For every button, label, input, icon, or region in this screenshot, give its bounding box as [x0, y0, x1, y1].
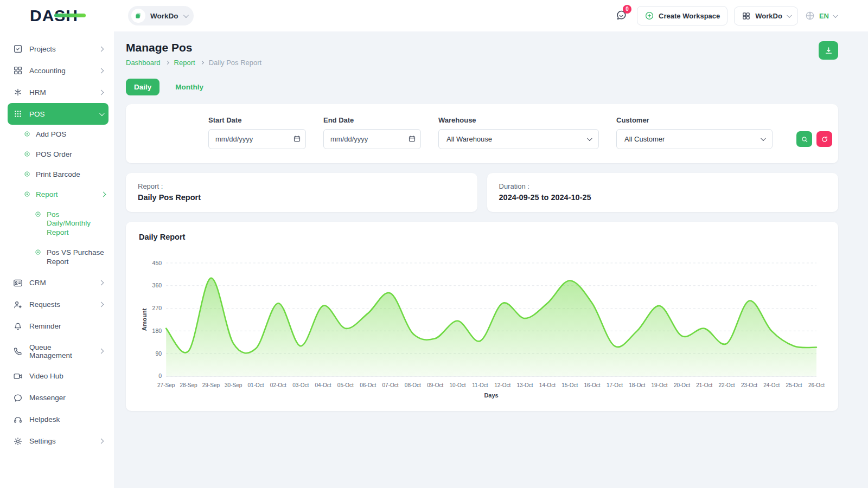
- breadcrumb-current: Daily Pos Report: [209, 59, 262, 67]
- svg-text:11-Oct: 11-Oct: [472, 382, 488, 388]
- chevron-down-icon: [787, 12, 792, 18]
- sidebar-item-requests[interactable]: Requests: [8, 294, 108, 316]
- report-label: Report :: [138, 182, 465, 190]
- end-date-label: End Date: [323, 116, 421, 124]
- svg-text:10-Oct: 10-Oct: [450, 382, 466, 388]
- target-icon: [35, 211, 41, 217]
- svg-text:360: 360: [152, 282, 162, 288]
- filter-card: Start Date End Date Warehouse: [126, 104, 838, 163]
- chevron-right-icon: [99, 349, 104, 354]
- start-date-input[interactable]: [208, 129, 306, 149]
- chevron-right-icon: [99, 302, 104, 307]
- svg-text:14-Oct: 14-Oct: [539, 382, 556, 388]
- chevron-down-icon: [761, 136, 766, 141]
- svg-text:270: 270: [152, 305, 162, 311]
- sidebar-item-projects[interactable]: Projects: [8, 38, 108, 60]
- breadcrumb-separator-icon: [165, 61, 169, 65]
- workspace-menu-label: WorkDo: [755, 12, 782, 20]
- customer-select[interactable]: All Customer: [616, 129, 773, 149]
- svg-text:Days: Days: [484, 392, 498, 399]
- reset-filter-button[interactable]: [816, 131, 832, 147]
- daily-report-chart: 09018027036045027-Sep28-Sep29-Sep30-Sep0…: [139, 255, 825, 401]
- breadcrumb: Dashboard Report Daily Pos Report: [126, 59, 261, 67]
- sidebar-item-pos-order[interactable]: POS Order: [8, 145, 108, 165]
- svg-text:Amount: Amount: [141, 308, 148, 331]
- top-header: DASH WorkDo 0 Create Workspace WorkDo: [0, 0, 868, 31]
- logo-dash-accent: [54, 14, 86, 17]
- sidebar-item-pos-daily-monthly-report[interactable]: Pos Daily/Monthly Report: [8, 205, 108, 243]
- app-logo[interactable]: DASH: [30, 7, 78, 25]
- chevron-right-icon: [99, 280, 104, 286]
- download-icon: [824, 46, 833, 55]
- grid-icon: [742, 11, 751, 21]
- messages-button[interactable]: 0: [612, 6, 630, 26]
- chevron-right-icon: [99, 46, 104, 52]
- chevron-down-icon: [587, 136, 592, 141]
- sidebar-item-reminder[interactable]: Reminder: [8, 316, 108, 337]
- sidebar-item-queue-management[interactable]: Queue Management: [8, 337, 108, 365]
- sidebar-item-label: Add POS: [36, 130, 66, 139]
- download-button[interactable]: [819, 41, 838, 60]
- sidebar-item-pos[interactable]: POS: [8, 103, 108, 125]
- accounting-icon: [13, 66, 23, 75]
- sidebar-item-label: Reminder: [29, 322, 61, 330]
- warehouse-select[interactable]: All Warehouse: [438, 129, 599, 149]
- sidebar-item-pos-vs-purchase-report[interactable]: Pos VS Purchase Report: [8, 243, 108, 272]
- create-workspace-button[interactable]: Create Workspace: [637, 6, 727, 25]
- sidebar-item-helpdesk[interactable]: Helpdesk: [8, 409, 108, 431]
- language-label: EN: [819, 12, 829, 20]
- chevron-right-icon: [99, 89, 104, 95]
- user-plus-icon: [13, 300, 23, 310]
- sidebar-item-settings[interactable]: Settings: [8, 431, 108, 452]
- projects-icon: [13, 44, 23, 54]
- svg-text:30-Sep: 30-Sep: [225, 382, 242, 388]
- chart-title: Daily Report: [139, 233, 825, 241]
- sidebar-item-hrm[interactable]: HRM: [8, 81, 108, 103]
- workspace-switcher[interactable]: WorkDo: [128, 6, 194, 25]
- sidebar-item-messenger[interactable]: Messenger: [8, 387, 108, 409]
- svg-text:29-Sep: 29-Sep: [202, 382, 220, 388]
- svg-text:18-Oct: 18-Oct: [629, 382, 645, 388]
- chevron-right-icon: [99, 439, 104, 444]
- sidebar-item-video-hub[interactable]: Video Hub: [8, 365, 108, 387]
- sidebar-item-label: Print Barcode: [36, 170, 80, 179]
- svg-text:08-Oct: 08-Oct: [405, 382, 421, 388]
- language-selector[interactable]: EN: [805, 10, 837, 21]
- sidebar-item-accounting[interactable]: Accounting: [8, 60, 108, 81]
- svg-text:24-Oct: 24-Oct: [763, 382, 780, 388]
- end-date-input[interactable]: [323, 129, 421, 149]
- svg-text:03-Oct: 03-Oct: [292, 382, 309, 388]
- tab-monthly[interactable]: Monthly: [167, 79, 212, 95]
- sidebar-item-label: Queue Management: [29, 343, 93, 359]
- sidebar-item-report[interactable]: Report: [8, 185, 108, 205]
- sidebar-item-add-pos[interactable]: Add POS: [8, 125, 108, 145]
- target-icon: [35, 249, 41, 255]
- sidebar-item-crm[interactable]: CRM: [8, 272, 108, 294]
- svg-text:13-Oct: 13-Oct: [517, 382, 533, 388]
- svg-text:12-Oct: 12-Oct: [494, 382, 510, 388]
- svg-text:09-Oct: 09-Oct: [427, 382, 443, 388]
- search-icon: [801, 136, 808, 143]
- bell-icon: [13, 322, 23, 331]
- breadcrumb-report[interactable]: Report: [174, 59, 195, 67]
- chevron-down-icon: [833, 12, 838, 18]
- tab-daily[interactable]: Daily: [126, 79, 159, 95]
- apply-filter-button[interactable]: [796, 131, 812, 147]
- sidebar-item-print-barcode[interactable]: Print Barcode: [8, 165, 108, 185]
- warehouse-selected-value: All Warehouse: [446, 135, 492, 143]
- warehouse-label: Warehouse: [438, 116, 599, 124]
- gear-icon: [13, 436, 23, 446]
- breadcrumb-dashboard[interactable]: Dashboard: [126, 59, 161, 67]
- svg-text:17-Oct: 17-Oct: [607, 382, 623, 388]
- svg-text:02-Oct: 02-Oct: [270, 382, 286, 388]
- svg-text:19-Oct: 19-Oct: [652, 382, 668, 388]
- target-icon: [24, 191, 30, 197]
- video-icon: [13, 371, 23, 381]
- daily-report-card: Daily Report 09018027036045027-Sep28-Sep…: [126, 222, 838, 411]
- main-content: Manage Pos Dashboard Report Daily Pos Re…: [114, 0, 868, 411]
- workspace-menu-button[interactable]: WorkDo: [734, 7, 798, 25]
- svg-text:16-Oct: 16-Oct: [584, 382, 601, 388]
- sidebar-item-label: Settings: [29, 437, 56, 445]
- svg-text:20-Oct: 20-Oct: [674, 382, 690, 388]
- target-icon: [24, 151, 30, 157]
